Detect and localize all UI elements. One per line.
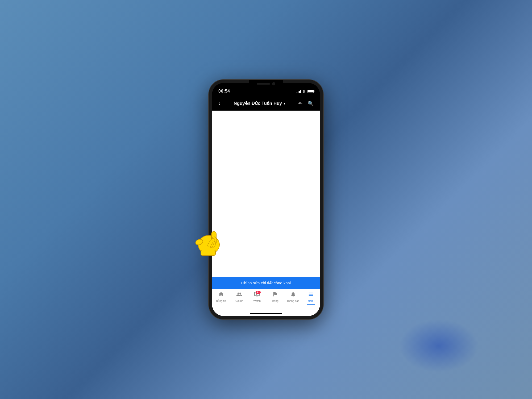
- signal-bar-1: [297, 92, 297, 93]
- pages-icon: [272, 291, 278, 299]
- power-button: [323, 141, 324, 162]
- friends-label: Bạn bè: [235, 300, 243, 302]
- status-time: 06:54: [218, 89, 230, 94]
- home-bar: [250, 313, 282, 314]
- menu-icon: [308, 291, 314, 299]
- news-feed-label: Bảng tin: [216, 300, 226, 302]
- battery-fill: [307, 90, 313, 92]
- phone-notch: [249, 80, 283, 88]
- search-icon[interactable]: 🔍: [306, 98, 316, 109]
- edit-icon[interactable]: ✏: [296, 98, 305, 109]
- nav-item-news-feed[interactable]: Bảng tin: [212, 291, 230, 302]
- news-feed-icon: [218, 291, 224, 299]
- phone-screen: 06:54 ⊖ ‹: [212, 83, 320, 316]
- nav-title-text: Nguyễn Đức Tuấn Huy: [234, 101, 282, 106]
- friends-icon: [236, 291, 242, 299]
- edit-button-label: Chỉnh sửa chi tiết công khai: [241, 281, 291, 285]
- wifi-icon: ⊖: [302, 89, 305, 93]
- nav-bar: ‹ Nguyễn Đức Tuấn Huy ▾ ✏ 🔍: [212, 96, 320, 111]
- edit-public-details-button[interactable]: Chỉnh sửa chi tiết công khai: [212, 277, 320, 289]
- app-content: ‹ Nguyễn Đức Tuấn Huy ▾ ✏ 🔍 Chỉnh sửa ch…: [212, 96, 320, 316]
- notch-speaker: [257, 83, 270, 85]
- back-button[interactable]: ‹: [216, 98, 222, 109]
- signal-bar-3: [299, 91, 300, 93]
- nav-item-friends[interactable]: Bạn bè: [230, 291, 248, 302]
- nav-item-watch[interactable]: 9+ Watch: [248, 291, 266, 302]
- watch-label: Watch: [253, 300, 261, 302]
- dropdown-arrow-icon[interactable]: ▾: [284, 102, 285, 105]
- signal-bar-4: [300, 90, 301, 93]
- phone-body: 06:54 ⊖ ‹: [209, 80, 323, 319]
- nav-actions: ✏ 🔍: [296, 98, 316, 109]
- background-blob: [399, 319, 479, 372]
- pages-label: Trang: [272, 300, 279, 302]
- signal-icon: [297, 90, 301, 93]
- nav-item-menu[interactable]: Menu: [302, 291, 320, 302]
- notifications-icon: [290, 291, 296, 299]
- svg-point-1: [195, 238, 203, 246]
- nav-item-pages[interactable]: Trang: [266, 291, 284, 302]
- nav-item-notifications[interactable]: Thông báo: [284, 291, 302, 302]
- home-indicator: [212, 311, 320, 316]
- status-icons: ⊖: [297, 89, 314, 93]
- nav-title-container: Nguyễn Đức Tuấn Huy ▾: [222, 101, 296, 106]
- bottom-nav: Bảng tin Bạn bè: [212, 289, 320, 311]
- notifications-label: Thông báo: [287, 300, 300, 302]
- watch-badge: 9+: [256, 291, 261, 294]
- notch-camera: [272, 82, 275, 85]
- phone-device: 06:54 ⊖ ‹: [209, 80, 323, 319]
- profile-content-area: [212, 111, 320, 277]
- signal-bar-2: [298, 91, 298, 93]
- active-tab-indicator: [307, 304, 315, 305]
- menu-label: Menu: [308, 300, 314, 302]
- battery-icon: [307, 90, 314, 93]
